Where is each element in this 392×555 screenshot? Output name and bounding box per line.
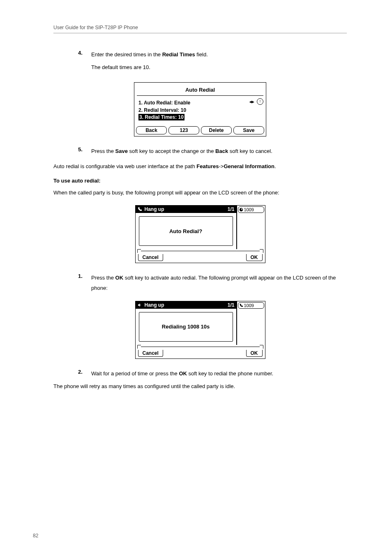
scroll-indicator-icon[interactable]: ↕	[257, 98, 263, 105]
paragraph-web-path: Auto redial is configurable via web user…	[53, 162, 347, 172]
heading-to-use-auto-redial: To use auto redial:	[53, 178, 347, 184]
page-header: User Guide for the SIP-T28P IP Phone	[53, 25, 347, 33]
lcd-redialing-prompt: Hang up 1/1 Redialing 1008 10s 1009	[135, 301, 265, 359]
softkey-name: OK	[179, 370, 187, 377]
status-count: 1/1	[228, 302, 235, 308]
softkey-cancel[interactable]: Cancel	[138, 254, 163, 261]
text: soft key to accept the change or the	[128, 148, 215, 154]
menu-path: General Information	[224, 163, 274, 169]
lcd-auto-redial-settings: Auto Redial 1. Auto Redial: Enable 2. Re…	[134, 82, 266, 136]
lcd-title: Auto Redial	[137, 84, 263, 96]
text: Press the	[91, 148, 115, 154]
menu-path: Features	[196, 163, 219, 169]
text: Wait for a period of time or press the	[91, 370, 179, 377]
line-number: 1009	[244, 303, 254, 308]
text: Press the	[91, 275, 115, 281]
step-number: 1.	[78, 273, 91, 293]
lcd-prompt-text: Redialing 1008 10s	[139, 312, 233, 342]
page-number: 82	[33, 533, 38, 539]
paragraph-retry: The phone will retry as many times as co…	[53, 382, 347, 392]
softkey-ok[interactable]: OK	[246, 254, 263, 261]
text: soft key to cancel.	[228, 148, 272, 154]
status-label: Hang up	[145, 206, 164, 212]
lcd-auto-redial-prompt: Hang up 1/1 Auto Redial? 1009	[135, 205, 265, 263]
text: field.	[195, 51, 208, 58]
handset-icon	[137, 207, 143, 212]
softkey-back[interactable]: Back	[136, 126, 167, 134]
step-5: 5. Press the Save soft key to accept the…	[78, 146, 347, 157]
step-1: 1. Press the OK soft key to activate aut…	[78, 273, 347, 293]
speaker-icon	[137, 303, 143, 308]
step-2: 2. Wait for a period of time or press th…	[78, 369, 347, 379]
text: Auto redial is configurable via web user…	[53, 163, 196, 169]
softkey-name: Back	[215, 148, 228, 154]
softkey-123[interactable]: 123	[168, 126, 199, 134]
line-indicator[interactable]: 1009	[238, 302, 264, 309]
status-label: Hang up	[145, 302, 164, 308]
left-right-arrows-icon[interactable]: ◂▸	[249, 99, 254, 104]
step-4: 4. Enter the desired times in the Redial…	[78, 50, 347, 75]
lcd-row-redial-interval: 2. Redial Interval: 10	[138, 106, 262, 114]
text: ->	[219, 163, 224, 169]
status-count: 1/1	[228, 206, 235, 212]
softkey-cancel[interactable]: Cancel	[138, 350, 163, 357]
line-number: 1009	[244, 207, 254, 212]
softkey-save[interactable]: Save	[233, 126, 264, 134]
softkey-delete[interactable]: Delete	[201, 126, 232, 134]
softkey-name: Save	[115, 148, 128, 154]
text: Enter the desired times in the	[91, 51, 162, 58]
line-indicator[interactable]: 1009	[238, 206, 264, 213]
step-subtext: The default times are 10.	[91, 62, 347, 73]
lcd-row-redial-times-selected[interactable]: 3. Redial Times: 10	[138, 114, 184, 120]
lcd-row-auto-redial: 1. Auto Redial: Enable	[138, 99, 262, 106]
lcd-prompt-text: Auto Redial?	[139, 216, 233, 246]
step-text: Enter the desired times in the Redial Ti…	[91, 50, 347, 75]
field-name: Redial Times	[162, 51, 195, 58]
softkey-name: OK	[115, 275, 124, 281]
softkey-ok[interactable]: OK	[246, 350, 263, 357]
step-number: 5.	[78, 146, 91, 157]
text: soft key to activate auto redial. The fo…	[91, 275, 336, 291]
step-text: Press the OK soft key to activate auto r…	[91, 273, 347, 293]
text: soft key to redial the phone number.	[187, 370, 273, 377]
step-number: 2.	[78, 369, 91, 379]
handset-outgoing-icon	[239, 303, 243, 308]
line-status-icon	[239, 208, 243, 212]
step-text: Press the Save soft key to accept the ch…	[91, 146, 347, 157]
text: .	[274, 163, 276, 169]
step-text: Wait for a period of time or press the O…	[91, 369, 347, 379]
step-number: 4.	[78, 50, 91, 75]
paragraph-busy-prompt: When the called party is busy, the follo…	[53, 188, 347, 198]
